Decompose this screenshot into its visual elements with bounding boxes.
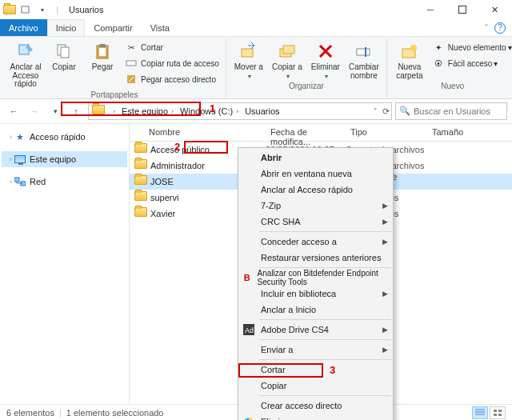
svg-rect-27 <box>494 410 497 412</box>
network-icon <box>14 175 26 188</box>
svg-rect-0 <box>22 6 29 13</box>
crumb-chevron-root[interactable]: › <box>106 103 118 119</box>
crumb-este-equipo[interactable]: Este equipo› <box>118 103 177 119</box>
qat-restore-icon[interactable] <box>19 3 32 16</box>
ctx-eliminar[interactable]: Eliminar <box>238 414 393 420</box>
svg-rect-12 <box>283 46 294 54</box>
up-button[interactable]: ↑ <box>67 102 85 120</box>
ctx-biblioteca[interactable]: Incluir en biblioteca▶ <box>238 286 393 302</box>
ctx-conceder-acceso[interactable]: Conceder acceso a▶ <box>238 234 393 250</box>
col-tipo[interactable]: Tipo <box>346 124 427 141</box>
svg-rect-1 <box>459 6 466 14</box>
cambiar-nombre-button[interactable]: Cambiar nombre <box>345 39 383 80</box>
ctx-anclar-acceso-rapido[interactable]: Anclar al Acceso rápido <box>238 182 393 198</box>
moveto-icon <box>238 41 259 62</box>
svg-rect-14 <box>365 47 366 57</box>
star-icon: ★ <box>14 130 26 143</box>
eliminar-button[interactable]: Eliminar <box>306 39 345 80</box>
ctx-bitdefender[interactable]: BAnalizar con Bitdefender Endpoint Secur… <box>238 270 393 286</box>
delete-icon <box>315 41 336 62</box>
col-tamano[interactable]: Tamaño <box>427 124 475 141</box>
ctx-restaurar[interactable]: Restaurar versiones anteriores <box>238 250 393 266</box>
nueva-carpeta-button[interactable]: Nueva carpeta <box>390 39 429 80</box>
ctx-abrir[interactable]: Abrir <box>238 150 393 166</box>
nuevo-elemento-button[interactable]: ✦Nuevo elemento▾ <box>430 39 512 55</box>
group-nuevo: Nueva carpeta ✦Nuevo elemento▾ ⦿Fácil ac… <box>387 39 512 98</box>
view-details-icon[interactable] <box>472 406 488 419</box>
window-title: Usuarios <box>69 5 414 14</box>
cortar-button[interactable]: ✂Cortar <box>123 39 221 55</box>
tab-inicio[interactable]: Inicio <box>47 19 86 36</box>
anclar-label: Anclar al Acceso rápido <box>8 63 43 89</box>
minimize-button[interactable]: ─ <box>414 0 446 19</box>
close-button[interactable]: ✕ <box>478 0 510 19</box>
tab-vista[interactable]: Vista <box>142 19 178 36</box>
shortcut-icon <box>125 73 138 86</box>
copyto-icon <box>277 41 298 62</box>
anclar-button[interactable]: Anclar al Acceso rápido <box>6 39 45 89</box>
svg-rect-23 <box>14 178 19 182</box>
back-button[interactable]: ← <box>5 102 22 120</box>
pegar-button[interactable]: Pegar <box>83 39 122 72</box>
column-headers: Nombre Fecha de modifica... Tipo Tamaño <box>130 124 512 142</box>
folder-icon <box>134 143 147 156</box>
ctx-crear-acceso-directo[interactable]: Crear acceso directo <box>238 398 393 414</box>
copy-icon <box>54 41 74 62</box>
ctx-copiar[interactable]: Copiar <box>238 378 393 394</box>
refresh-icon[interactable]: ⟳ <box>382 106 390 117</box>
maximize-button[interactable] <box>446 0 478 19</box>
copiar-ruta-button[interactable]: Copiar ruta de acceso <box>123 55 221 71</box>
facil-acceso-button[interactable]: ⦿Fácil acceso▾ <box>430 55 512 71</box>
svg-rect-29 <box>494 414 497 416</box>
pegar-acceso-button[interactable]: Pegar acceso directo <box>123 71 221 87</box>
mover-a-button[interactable]: Mover a <box>230 39 268 80</box>
copiar-button[interactable]: Copiar <box>45 39 83 72</box>
pegar-label: Pegar <box>92 63 114 72</box>
ctx-enviar-a[interactable]: Enviar a▶ <box>238 342 393 358</box>
ctx-adobe-drive[interactable]: AdAdobe Drive CS4▶ <box>238 322 393 338</box>
col-fecha[interactable]: Fecha de modifica... <box>266 124 346 141</box>
address-dropdown-icon[interactable]: ˅ <box>374 107 378 115</box>
view-large-icon[interactable] <box>490 406 506 419</box>
nav-red[interactable]: ›Red <box>2 174 127 190</box>
ribbon-collapse-icon[interactable]: ˇ ? <box>478 19 512 36</box>
newitem-icon: ✦ <box>432 41 445 54</box>
status-selection: 1 elemento seleccionado <box>66 408 164 418</box>
nav-panel: ›★Acceso rápido ›Este equipo ›Red <box>0 124 130 403</box>
rename-icon <box>354 41 374 62</box>
svg-rect-13 <box>357 49 370 55</box>
nav-este-equipo[interactable]: ›Este equipo <box>2 151 127 167</box>
copiar-a-button[interactable]: Copiar a <box>268 39 306 80</box>
col-nombre[interactable]: Nombre <box>130 124 266 141</box>
recent-locations-button[interactable]: ▾ <box>46 102 64 120</box>
forward-button[interactable]: → <box>26 102 43 120</box>
group-label-portapapeles: Portapapeles <box>90 90 138 99</box>
nav-acceso-rapido[interactable]: ›★Acceso rápido <box>2 129 127 145</box>
tab-archivo[interactable]: Archivo <box>0 19 47 36</box>
search-placeholder: Buscar en Usuarios <box>414 106 490 116</box>
pin-icon <box>15 41 36 62</box>
svg-rect-4 <box>61 47 69 58</box>
ctx-7zip[interactable]: 7-Zip▶ <box>238 198 393 214</box>
crumb-windows-c[interactable]: Windows (C:)› <box>177 103 242 119</box>
group-label-organizar: Organizar <box>289 82 324 90</box>
qat-more-icon[interactable] <box>35 3 48 16</box>
address-bar[interactable]: › Este equipo› Windows (C:)› Usuarios ˅ … <box>88 102 392 120</box>
shield-icon <box>242 414 256 420</box>
status-count: 6 elementos <box>6 408 54 418</box>
adobe-icon: Ad <box>242 322 256 337</box>
ctx-anclar-inicio[interactable]: Anclar a Inicio <box>238 302 393 318</box>
search-input[interactable]: 🔍 Buscar en Usuarios <box>395 102 507 120</box>
svg-rect-7 <box>99 44 106 47</box>
tab-compartir[interactable]: Compartir <box>85 19 141 36</box>
group-organizar: Mover a Copiar a Eliminar Cambiar nombre… <box>226 39 387 98</box>
address-folder-icon <box>92 105 105 118</box>
monitor-icon <box>14 153 26 166</box>
ctx-crcsha[interactable]: CRC SHA▶ <box>238 214 393 230</box>
crumb-usuarios[interactable]: Usuarios <box>242 103 282 119</box>
ctx-ventana-nueva[interactable]: Abrir en ventana nueva <box>238 166 393 182</box>
folder-icon <box>134 207 147 220</box>
group-label-nuevo: Nuevo <box>441 82 464 90</box>
ctx-cortar[interactable]: Cortar <box>238 362 393 378</box>
paste-icon <box>92 41 113 62</box>
